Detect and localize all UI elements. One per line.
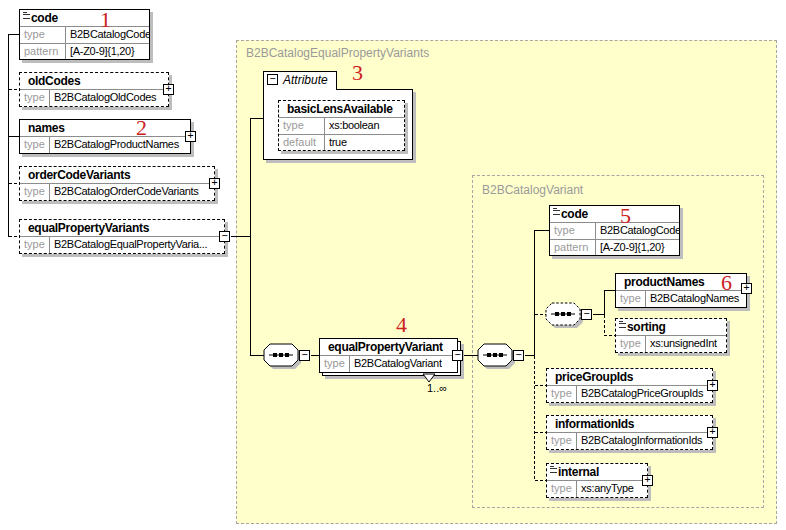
expand-button-product-names[interactable]: +	[741, 283, 752, 294]
expand-button-order-code-variants[interactable]: +	[209, 178, 220, 189]
element-box-price-group-ids[interactable]: priceGroupIds typeB2BCatalogPriceGroupId…	[546, 368, 713, 403]
element-box-equal-property-variant[interactable]: equalPropertyVariant typeB2BCatalogVaria…	[319, 338, 458, 373]
row-label: pattern	[20, 44, 66, 59]
collapse-button-attribute-group[interactable]: −	[267, 74, 278, 85]
row-value: xs:boolean	[325, 118, 383, 134]
attribute-name: basicLensAvailable	[279, 101, 404, 118]
constraints-icon	[550, 466, 557, 472]
annotation-6: 6	[721, 270, 732, 296]
row-label: type	[547, 386, 577, 402]
row-value: B2BCatalogVariant	[350, 356, 446, 372]
element-name: names	[20, 120, 190, 137]
region-label-catalog-variant: B2BCatalogVariant	[482, 183, 583, 197]
region-label-equal-property-variants: B2BCatalogEqualPropertyVariants	[246, 46, 429, 60]
row-value: xs:anyType	[577, 481, 638, 497]
row-value: B2BCatalogInformationIds	[577, 433, 706, 449]
element-box-internal[interactable]: internal typexs:anyType	[546, 463, 648, 498]
row-label: pattern	[550, 240, 596, 255]
row-label: type	[547, 481, 577, 497]
row-value: B2BCatalogOldCodes	[50, 90, 160, 106]
element-name: equalPropertyVariant	[320, 339, 457, 356]
expand-button-internal[interactable]: +	[642, 475, 653, 486]
constraints-icon	[553, 208, 560, 214]
element-name: oldCodes	[20, 73, 168, 90]
collapse-button-equal-property-variant[interactable]: −	[452, 350, 463, 361]
element-name: code	[550, 206, 679, 223]
row-label: type	[279, 118, 325, 134]
element-name: informationIds	[547, 416, 712, 433]
row-value: true	[325, 135, 351, 150]
element-box-variant-code[interactable]: code typeB2BCatalogCode pattern[A-Z0-9]{…	[549, 205, 680, 256]
element-name: orderCodeVariants	[20, 167, 214, 184]
row-label: type	[547, 433, 577, 449]
row-label: type	[320, 356, 350, 372]
row-label: type	[550, 223, 596, 239]
element-name: code	[20, 10, 149, 27]
collapse-button-equal-property-variants[interactable]: −	[219, 231, 230, 242]
row-value: B2BCatalogOrderCodeVariants	[50, 184, 203, 200]
expand-button-old-codes[interactable]: +	[163, 84, 174, 95]
row-value: B2BCatalogEqualPropertyVaria...	[50, 237, 211, 253]
row-label: type	[20, 137, 50, 153]
element-box-sorting[interactable]: sorting typexs:unsignedInt	[615, 318, 727, 353]
sequence-compositor-icon-2[interactable]	[478, 344, 515, 369]
element-name: equalPropertyVariants	[20, 220, 224, 237]
row-label: type	[20, 90, 50, 106]
row-value: xs:unsignedInt	[646, 336, 721, 352]
row-label: type	[20, 27, 66, 43]
annotation-2: 2	[136, 115, 147, 141]
row-label: type	[616, 291, 646, 307]
attribute-box-basic-lens-available[interactable]: basicLensAvailable typexs:boolean defaul…	[278, 100, 405, 151]
element-box-equal-property-variants[interactable]: equalPropertyVariants typeB2BCatalogEqua…	[19, 219, 225, 254]
element-box-order-code-variants[interactable]: orderCodeVariants typeB2BCatalogOrderCod…	[19, 166, 215, 201]
element-name: sorting	[616, 319, 726, 336]
element-box-code[interactable]: code typeB2BCatalogCode pattern[A-Z0-9]{…	[19, 9, 150, 60]
row-value: B2BCatalogProductNames	[50, 137, 183, 153]
row-value: [A-Z0-9]{1,20}	[596, 240, 668, 255]
annotation-5: 5	[620, 203, 631, 229]
row-label: type	[20, 184, 50, 200]
sequence-compositor-icon-1[interactable]	[264, 344, 301, 369]
element-name: internal	[547, 464, 647, 481]
element-box-names[interactable]: names typeB2BCatalogProductNames	[19, 119, 191, 154]
annotation-1: 1	[100, 7, 111, 33]
expand-button-price-group-ids[interactable]: +	[707, 380, 718, 391]
collapse-button-sequence-2[interactable]: −	[513, 350, 524, 361]
collapse-button-sequence-1[interactable]: −	[299, 350, 310, 361]
constraints-icon	[619, 321, 626, 327]
sequence-compositor-icon-3-optional[interactable]	[546, 303, 583, 328]
constraints-icon	[23, 12, 30, 18]
element-box-information-ids[interactable]: informationIds typeB2BCatalogInformation…	[546, 415, 713, 450]
row-label: default	[279, 135, 325, 150]
expand-button-information-ids[interactable]: +	[707, 427, 718, 438]
row-value: [A-Z0-9]{1,20}	[66, 44, 138, 59]
element-name: priceGroupIds	[547, 369, 712, 386]
row-label: type	[20, 237, 50, 253]
row-label: type	[616, 336, 646, 352]
occurrence-marker-icon	[421, 373, 439, 385]
annotation-3: 3	[352, 60, 363, 86]
schema-diagram: B2BCatalogEqualPropertyVariants B2BCatal…	[0, 0, 786, 530]
annotation-4: 4	[396, 312, 407, 338]
expand-button-names[interactable]: +	[185, 131, 196, 142]
element-box-old-codes[interactable]: oldCodes typeB2BCatalogOldCodes	[19, 72, 169, 107]
row-value: B2BCatalogPriceGroupIds	[577, 386, 707, 402]
row-value: B2BCatalogCode	[596, 223, 679, 239]
collapse-button-sequence-3[interactable]: −	[581, 309, 592, 320]
